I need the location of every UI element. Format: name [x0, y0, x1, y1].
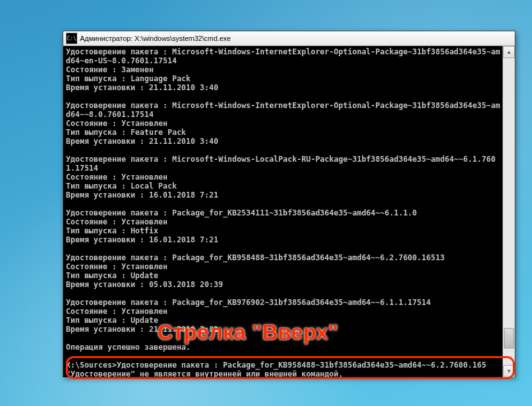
- scroll-track[interactable]: [503, 58, 515, 365]
- scroll-up-button[interactable]: ▲: [503, 46, 515, 58]
- window-title: Администратор: X:\windows\system32\cmd.e…: [80, 35, 515, 42]
- titlebar[interactable]: C:\ Администратор: X:\windows\system32\c…: [63, 31, 515, 46]
- console-output[interactable]: Удостоверение пакета : Microsoft-Windows…: [63, 46, 503, 377]
- cmd-icon: C:\: [66, 33, 77, 44]
- scroll-down-button[interactable]: ▼: [503, 365, 515, 377]
- cmd-window: C:\ Администратор: X:\windows\system32\c…: [63, 31, 515, 377]
- scrollbar[interactable]: ▲ ▼: [503, 46, 515, 377]
- scroll-thumb[interactable]: [504, 328, 514, 348]
